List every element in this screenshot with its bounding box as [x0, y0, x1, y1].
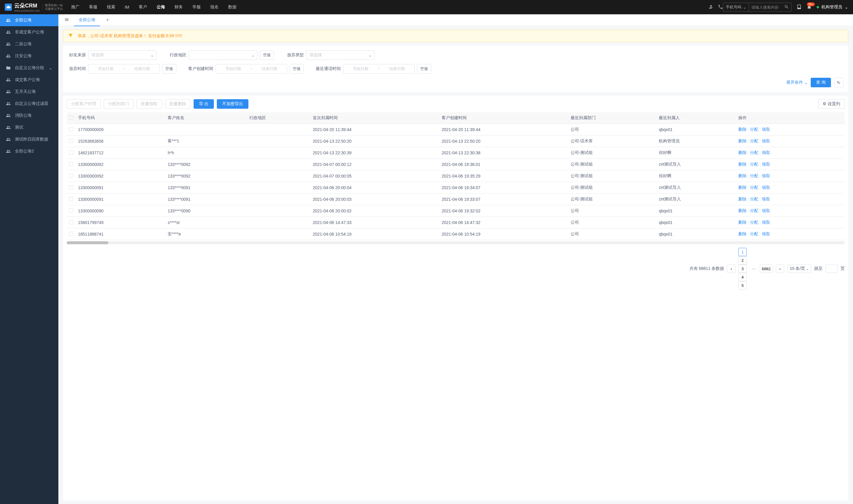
abandon-time-empty-button[interactable]: 空值: [162, 64, 176, 74]
row-checkbox[interactable]: [69, 197, 73, 201]
claim-link[interactable]: 领取: [762, 162, 770, 166]
assign-manager-button[interactable]: 分配客户经理: [67, 99, 101, 109]
assign-link[interactable]: 分配: [750, 127, 758, 132]
prev-page-button[interactable]: ‹: [727, 265, 736, 273]
select-all-checkbox[interactable]: [69, 115, 73, 120]
batch-claim-button[interactable]: 批量领取: [137, 99, 162, 109]
call-time-range[interactable]: 开始日期~结束日期: [343, 64, 415, 74]
assign-link[interactable]: 分配: [750, 231, 758, 236]
sidebar-item[interactable]: 成交客户公海: [0, 74, 58, 86]
claim-link[interactable]: 领取: [762, 150, 770, 155]
query-button[interactable]: 查 询: [811, 78, 831, 87]
nav-item[interactable]: 报名: [209, 0, 220, 14]
logo[interactable]: 云朵CRM www.yunduocrm.com 教育机构一站 式服务云平台: [5, 2, 63, 12]
row-checkbox[interactable]: [69, 232, 73, 236]
delete-link[interactable]: 删除: [738, 220, 747, 224]
row-checkbox[interactable]: [69, 209, 73, 213]
export-button[interactable]: 导 出: [194, 99, 214, 109]
user-menu[interactable]: 机构管理员 ⌄: [817, 4, 848, 10]
sidebar-item[interactable]: 注安公海: [0, 50, 58, 62]
delete-link[interactable]: 删除: [738, 185, 747, 190]
claim-link[interactable]: 领取: [762, 173, 770, 178]
claim-link[interactable]: 领取: [762, 220, 770, 224]
assign-link[interactable]: 分配: [750, 173, 758, 178]
refresh-button[interactable]: ↻: [834, 78, 843, 87]
call-time-empty-button[interactable]: 空值: [417, 64, 431, 74]
horizontal-scrollbar[interactable]: [67, 241, 845, 244]
region-empty-button[interactable]: 空值: [260, 50, 274, 60]
abandon-type-select[interactable]: 请选择: [306, 50, 375, 60]
row-checkbox[interactable]: [69, 220, 73, 224]
claim-link[interactable]: 领取: [762, 139, 770, 143]
create-time-empty-button[interactable]: 空值: [290, 64, 304, 74]
delete-link[interactable]: 删除: [738, 173, 747, 178]
assign-link[interactable]: 分配: [750, 162, 758, 166]
page-number-button[interactable]: 2: [738, 256, 747, 265]
row-checkbox[interactable]: [69, 127, 73, 131]
sidebar-item[interactable]: 全部公海2: [0, 145, 58, 157]
assign-link[interactable]: 分配: [750, 139, 758, 143]
row-checkbox[interactable]: [69, 150, 73, 155]
page-number-button[interactable]: 1: [738, 248, 747, 256]
sidebar-item[interactable]: 自定义公海过滤器: [0, 98, 58, 110]
last-page-button[interactable]: 6882: [760, 265, 773, 273]
jump-page-input[interactable]: [825, 265, 837, 273]
row-checkbox[interactable]: [69, 174, 73, 178]
add-user-icon[interactable]: [708, 4, 713, 11]
assign-dept-button[interactable]: 分配到部门: [104, 99, 133, 109]
claim-link[interactable]: 领取: [762, 127, 770, 132]
sidebar-item[interactable]: 全部公海: [0, 14, 58, 26]
claim-link[interactable]: 领取: [762, 197, 770, 201]
nav-item[interactable]: 客服: [88, 0, 98, 14]
sidebar-item[interactable]: 五月天公海: [0, 86, 58, 98]
claim-link[interactable]: 领取: [762, 231, 770, 236]
assign-link[interactable]: 分配: [750, 208, 758, 213]
page-number-button[interactable]: 3: [738, 265, 747, 273]
page-number-button[interactable]: 5: [738, 281, 747, 290]
export-plain-button[interactable]: 不加密导出: [217, 99, 248, 109]
sidebar-item[interactable]: 消防公海: [0, 110, 58, 122]
nav-item[interactable]: 公海: [156, 0, 166, 14]
create-time-range[interactable]: 开始日期~结束日期: [216, 64, 287, 74]
page-number-button[interactable]: 4: [738, 273, 747, 281]
next-page-button[interactable]: ›: [776, 265, 784, 273]
nav-item[interactable]: 数据: [227, 0, 238, 14]
tablet-icon[interactable]: [796, 4, 802, 11]
delete-link[interactable]: 删除: [738, 127, 747, 132]
sidebar-item[interactable]: 测试昨日回库数据: [0, 133, 58, 145]
search-icon[interactable]: [782, 4, 791, 10]
delete-link[interactable]: 删除: [738, 197, 747, 201]
delete-link[interactable]: 删除: [738, 150, 747, 155]
claim-link[interactable]: 领取: [762, 185, 770, 190]
batch-delete-button[interactable]: 批量删除: [165, 99, 190, 109]
sidebar-item[interactable]: 非成交客户公海: [0, 26, 58, 38]
region-select[interactable]: [189, 50, 257, 60]
claim-link[interactable]: 领取: [762, 208, 770, 213]
sidebar-item[interactable]: 测试: [0, 122, 58, 133]
assign-link[interactable]: 分配: [750, 185, 758, 190]
abandon-time-range[interactable]: 开始日期~结束日期: [88, 64, 160, 74]
phone-icon[interactable]: [718, 4, 723, 11]
assign-link[interactable]: 分配: [750, 197, 758, 201]
page-size-select[interactable]: 10 条/页: [787, 265, 811, 273]
nav-item[interactable]: 推广: [70, 0, 81, 14]
row-checkbox[interactable]: [69, 162, 73, 166]
tab-add-button[interactable]: +: [103, 17, 113, 23]
delete-link[interactable]: 删除: [738, 208, 747, 213]
set-columns-button[interactable]: ⚙ 设置列: [818, 99, 845, 109]
assign-link[interactable]: 分配: [750, 220, 758, 224]
sidebar-item[interactable]: 二咨公海: [0, 38, 58, 50]
assign-link[interactable]: 分配: [750, 150, 758, 155]
search-type-select[interactable]: 手机号码⌄: [723, 3, 749, 11]
nav-item[interactable]: 客户: [138, 0, 148, 14]
bell-icon[interactable]: 99+: [806, 4, 812, 11]
tab-all-public[interactable]: 全部公海: [74, 14, 100, 26]
nav-item[interactable]: 学服: [191, 0, 202, 14]
tabs-toggle-icon[interactable]: [62, 16, 72, 24]
nav-item[interactable]: IM: [124, 0, 131, 14]
expand-filters-button[interactable]: 展开条件⌄: [786, 80, 808, 85]
row-checkbox[interactable]: [69, 185, 73, 190]
delete-link[interactable]: 删除: [738, 139, 747, 143]
search-input[interactable]: [749, 5, 782, 10]
row-checkbox[interactable]: [69, 139, 73, 143]
